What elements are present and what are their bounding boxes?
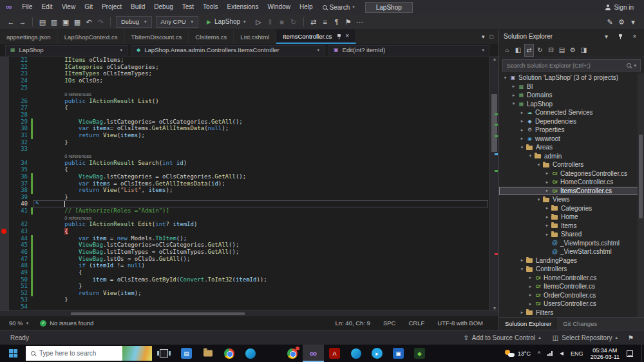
menu-item-build[interactable]: Build <box>126 0 149 14</box>
code-line[interactable]: 41 // [Authorize(Roles ="Admin")] <box>0 207 498 214</box>
tree-item-items[interactable]: ▸Items <box>499 222 644 231</box>
float-window-icon[interactable]: □ <box>490 33 493 40</box>
scrollbar-thumb[interactable] <box>71 312 245 315</box>
chevron-expanded-icon[interactable]: ▾ <box>527 153 534 158</box>
tree-item-homecontroller-cs[interactable]: ▸C#HomeController.cs <box>499 274 644 283</box>
code-line[interactable]: 42 public IActionResult Edit(int? itemId… <box>0 221 498 228</box>
tree-item-ordercontroller-cs[interactable]: ▸C#OrderController.cs <box>499 291 644 300</box>
chevron-collapsed-icon[interactable]: ▸ <box>527 292 534 298</box>
tree-item-itemscontroller-cs[interactable]: ▸C#ItemsController.cs <box>499 282 644 291</box>
breadcrumb-project-dropdown[interactable]: ▦ LapShop▾ <box>5 45 128 55</box>
collapse-all-icon[interactable]: ⊟ <box>546 44 556 56</box>
add-to-source-control-button[interactable]: ⇧ Add to Source Control ▴ <box>463 334 540 341</box>
code-line[interactable]: 31 return View(items); <box>0 132 498 139</box>
scroll-down-icon[interactable]: ▼ <box>490 306 498 310</box>
chevron-expanded-icon[interactable]: ▾ <box>518 267 526 272</box>
code-line[interactable]: 52 return View(item); <box>0 290 498 297</box>
solution-name-box[interactable]: LapShop <box>365 2 413 13</box>
restart-icon[interactable]: ↻ <box>288 15 299 29</box>
pin-icon[interactable] <box>337 34 341 39</box>
platform-dropdown[interactable]: Any CPU▾ <box>156 16 199 28</box>
code-line[interactable]: 21 IItems oClsItems; <box>0 57 498 64</box>
code-line[interactable]: 28 <box>0 111 498 119</box>
menu-item-view[interactable]: View <box>57 0 80 14</box>
chevron-collapsed-icon[interactable]: ▸ <box>518 110 526 115</box>
code-line[interactable]: 32 } <box>0 139 498 146</box>
breakpoint-margin[interactable] <box>0 84 9 91</box>
breakpoint-margin[interactable] <box>0 132 9 139</box>
menu-search[interactable]: Search ▾ <box>317 4 360 11</box>
breakpoint-margin[interactable] <box>0 70 9 77</box>
tree-scrollbar[interactable] <box>638 73 644 317</box>
taskbar-app-file-explorer[interactable] <box>197 345 218 362</box>
undo-icon[interactable]: ↶ <box>83 15 95 29</box>
code-line[interactable]: 40✎ <box>0 200 498 207</box>
chevron-collapsed-icon[interactable]: ▸ <box>544 205 551 211</box>
code-line[interactable]: 49 { <box>0 269 498 276</box>
tree-item-filters[interactable]: ▸Filters <box>499 309 644 318</box>
code-line[interactable]: 25 <box>0 84 498 91</box>
chevron-collapsed-icon[interactable]: ▸ <box>527 275 534 280</box>
breakpoint-margin[interactable] <box>0 187 9 194</box>
search-highlight-image[interactable] <box>122 346 152 361</box>
menu-item-tools[interactable]: Tools <box>198 0 222 14</box>
breakpoint-margin[interactable] <box>0 235 9 242</box>
language-indicator[interactable]: ENG <box>571 350 583 357</box>
menu-item-test[interactable]: Test <box>178 0 198 14</box>
select-repository-button[interactable]: ◫ Select Repository ▴ <box>553 334 618 341</box>
code-line[interactable]: 44 var item = new Models.TbItem(); <box>0 235 498 242</box>
refresh-icon[interactable]: ↻ <box>535 44 545 56</box>
chevron-collapsed-icon[interactable]: ▸ <box>527 301 534 307</box>
breakpoint-margin[interactable] <box>0 77 9 84</box>
tree-item-properties[interactable]: ▸⚙Properties <box>499 126 644 135</box>
breakpoint-margin[interactable] <box>0 153 9 160</box>
code-line[interactable]: 50 item = oClsItems.GetById(Convert.ToIn… <box>0 276 498 283</box>
code-line[interactable]: 43 { <box>0 228 498 235</box>
menu-item-git[interactable]: Git <box>80 0 97 14</box>
menu-item-project[interactable]: Project <box>97 0 126 14</box>
breakpoint-margin[interactable] <box>0 214 9 222</box>
sign-in-button[interactable]: Sign in <box>605 4 644 11</box>
menu-item-extensions[interactable]: Extensions <box>222 0 263 14</box>
breakpoint-margin[interactable] <box>0 180 9 187</box>
breakpoint-indicator[interactable] <box>1 229 6 234</box>
settings-icon[interactable]: ⚙ <box>616 15 627 29</box>
redo-icon[interactable]: ↷ <box>95 15 106 29</box>
tab-list-cshtml[interactable]: List.cshtml <box>234 30 276 44</box>
panel-tab-git-changes[interactable]: Git Changes <box>557 318 603 330</box>
chevron-expanded-icon[interactable]: ▾ <box>518 145 526 150</box>
breakpoint-margin[interactable] <box>0 173 9 180</box>
tree-item-shared[interactable]: ▸Shared <box>499 230 644 239</box>
taskbar-app-edge[interactable] <box>240 345 261 362</box>
chevron-collapsed-icon[interactable]: ▸ <box>518 128 526 133</box>
breadcrumb-member-dropdown[interactable]: ▣ Edit(int? itemId)▾ <box>328 45 489 55</box>
code-line[interactable]: 26 public IActionResult List() <box>0 98 498 105</box>
scrollbar-thumb[interactable] <box>491 94 497 152</box>
toolbar-options-icon[interactable]: ▾ <box>627 15 639 29</box>
tree-item-bi[interactable]: ▸▦BI <box>499 82 644 91</box>
tree-item-controllers[interactable]: ▾Controllers <box>499 160 644 169</box>
comment-icon[interactable]: ¶ <box>331 15 343 29</box>
breakpoint-margin[interactable] <box>0 256 9 263</box>
task-view-button[interactable] <box>160 349 168 357</box>
chevron-collapsed-icon[interactable]: ▸ <box>544 188 551 193</box>
code-line[interactable]: 35 { <box>0 166 498 173</box>
taskbar-app-chrome-running[interactable] <box>281 345 303 362</box>
show-all-files-icon[interactable]: ▤ <box>557 44 567 56</box>
tree-item-areas[interactable]: ▾Areas <box>499 143 644 152</box>
code-line[interactable]: 39 } <box>0 194 498 201</box>
chevron-expanded-icon[interactable]: ▾ <box>535 197 542 202</box>
tree-item-wwwroot[interactable]: ▸◉wwwroot <box>499 135 644 144</box>
caret-position-indicator[interactable]: Ln: 40, Ch: 9 <box>336 319 370 327</box>
chevron-collapsed-icon[interactable]: ▸ <box>544 214 551 220</box>
code-line[interactable]: 27 { <box>0 104 498 111</box>
save-all-icon[interactable]: ▦ <box>71 15 83 29</box>
network-icon[interactable] <box>547 351 553 356</box>
breakpoint-margin[interactable] <box>0 111 9 119</box>
start-button[interactable] <box>0 345 26 362</box>
tree-item-categoriescontroller-cs[interactable]: ▸C#CategoriesController.cs <box>499 169 644 178</box>
tree-item-categories[interactable]: ▸Categories <box>499 204 644 213</box>
debug-configuration-dropdown[interactable]: Debug▾ <box>116 16 152 28</box>
zoom-control[interactable]: 90 %▾ <box>5 319 32 327</box>
breakpoint-margin[interactable] <box>0 303 9 310</box>
